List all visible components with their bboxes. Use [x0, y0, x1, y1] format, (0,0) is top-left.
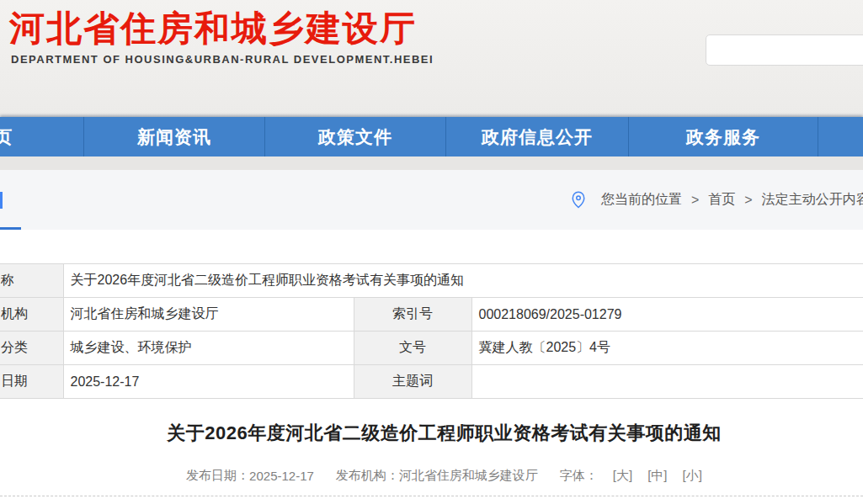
section-accent-bar [0, 192, 3, 209]
table-row: 机构 河北省住房和城乡建设厅 索引号 000218069/2025-01279 [0, 298, 863, 332]
header-bottom-strip [0, 157, 863, 170]
field-value-category: 城乡建设、环境保护 [63, 332, 354, 365]
nav-item-label: 新闻资讯 [137, 125, 211, 149]
publish-date-value: 2025-12-17 [249, 469, 314, 483]
field-value-doc-no: 冀建人教〔2025〕4号 [471, 332, 863, 365]
breadcrumb-section-link[interactable]: 法定主动公开内容> [762, 191, 863, 209]
field-value-date: 2025-12-17 [63, 365, 354, 399]
document-info-table: 称 关于2026年度河北省二级造价工程师职业资格考试有关事项的通知 机构 河北省… [0, 263, 863, 399]
breadcrumb-prefix: 您当前的位置 [601, 191, 682, 209]
nav-item-news[interactable]: 新闻资讯 [84, 117, 265, 157]
breadcrumb-band: 您当前的位置 > 首页 > 法定主动公开内容> [0, 170, 863, 230]
site-subtitle: DEPARTMENT OF HOUSING&URBAN-RURAL DEVELO… [11, 53, 434, 66]
font-size-small-button[interactable]: [小] [683, 468, 702, 484]
field-value-subject [471, 365, 863, 399]
publish-date-label: 发布日期： [186, 468, 249, 484]
nav-item-label: 页 [0, 117, 13, 157]
font-size-controls: 字体： [大] [中] [小] [560, 468, 702, 484]
field-label-category: 分类 [0, 332, 63, 365]
article-title: 关于2026年度河北省二级造价工程师职业资格考试有关事项的通知 [25, 421, 863, 446]
breadcrumb-separator: > [744, 193, 752, 208]
breadcrumb-separator: > [691, 193, 699, 208]
nav-item-services[interactable]: 政务服务 [629, 117, 818, 157]
content-divider [0, 496, 863, 496]
publish-org-label: 发布机构： [336, 468, 399, 484]
field-label-index-no: 索引号 [354, 298, 471, 332]
field-label-doc-no: 文号 [354, 332, 471, 365]
nav-item-label: 政府信息公开 [482, 125, 593, 149]
font-size-medium-button[interactable]: [中] [647, 468, 667, 484]
breadcrumb: 您当前的位置 > 首页 > 法定主动公开内容> [571, 170, 863, 230]
article-meta: 发布日期： 2025-12-17 发布机构： 河北省住房和城乡建设厅 字体： [… [25, 468, 863, 484]
table-row: 分类 城乡建设、环境保护 文号 冀建人教〔2025〕4号 [0, 332, 863, 365]
active-tab-underline [0, 227, 21, 230]
breadcrumb-home-link[interactable]: 首页 [708, 191, 735, 209]
field-label-org: 机构 [0, 298, 63, 332]
main-nav: 页 新闻资讯 政策文件 政府信息公开 政务服务 [0, 117, 863, 157]
nav-item-gov-info[interactable]: 政府信息公开 [446, 117, 629, 157]
field-label-name: 称 [0, 264, 63, 298]
nav-item-home[interactable]: 页 [0, 117, 84, 157]
location-pin-icon [571, 191, 586, 209]
nav-item-label: 政务服务 [686, 125, 760, 149]
site-title: 河北省住房和城乡建设厅 [9, 5, 417, 52]
field-label-date: 日期 [0, 365, 63, 399]
nav-item-label: 政策文件 [318, 125, 392, 149]
field-value-org: 河北省住房和城乡建设厅 [63, 298, 354, 332]
table-row: 称 关于2026年度河北省二级造价工程师职业资格考试有关事项的通知 [0, 264, 863, 298]
table-row: 日期 2025-12-17 主题词 [0, 365, 863, 399]
font-size-label: 字体： [560, 468, 598, 484]
publish-date: 发布日期： 2025-12-17 [186, 468, 314, 484]
nav-item-partial[interactable] [818, 117, 863, 157]
publish-org-value: 河北省住房和城乡建设厅 [399, 468, 538, 484]
publish-org: 发布机构： 河北省住房和城乡建设厅 [336, 468, 538, 484]
field-label-subject: 主题词 [354, 365, 471, 399]
nav-item-policy[interactable]: 政策文件 [265, 117, 446, 157]
font-size-large-button[interactable]: [大] [613, 468, 632, 484]
field-value-title: 关于2026年度河北省二级造价工程师职业资格考试有关事项的通知 [63, 264, 863, 298]
field-value-index-no: 000218069/2025-01279 [471, 298, 863, 332]
search-input[interactable] [706, 34, 863, 66]
